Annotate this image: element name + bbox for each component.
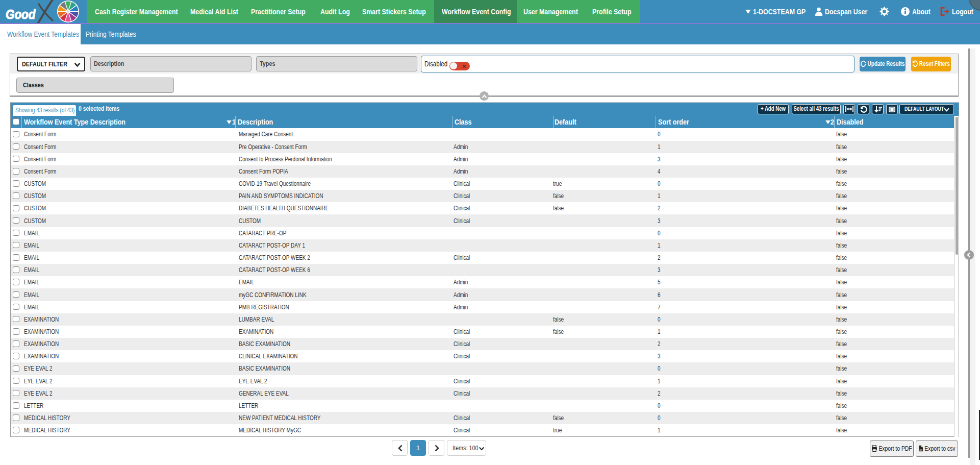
- svg-text:csv: csv: [919, 449, 922, 452]
